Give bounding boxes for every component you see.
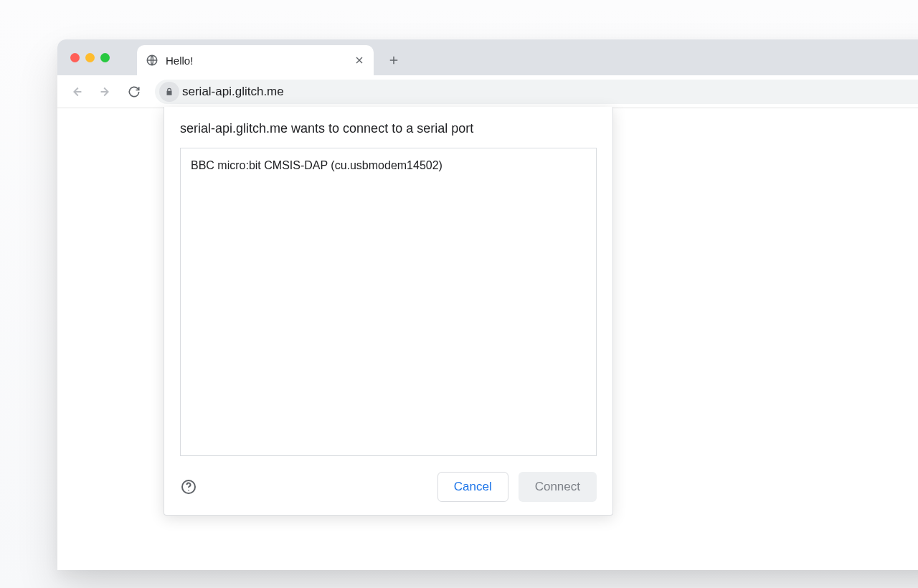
dialog-title: serial-api.glitch.me wants to connect to… <box>180 121 597 136</box>
globe-icon <box>146 54 158 67</box>
browser-window: Hello! serial-api <box>57 39 918 570</box>
forward-button[interactable] <box>93 80 118 104</box>
serial-device-list[interactable]: BBC micro:bit CMSIS-DAP (cu.usbmodem1450… <box>180 148 597 456</box>
window-close-button[interactable] <box>70 53 80 62</box>
tab-strip: Hello! <box>57 39 918 75</box>
connect-button[interactable]: Connect <box>519 472 597 502</box>
new-tab-button[interactable] <box>384 50 404 70</box>
desktop-background: Hello! serial-api <box>0 0 918 588</box>
dialog-footer: Cancel Connect <box>180 472 597 502</box>
serial-port-permission-dialog: serial-api.glitch.me wants to connect to… <box>164 107 613 516</box>
browser-tab[interactable]: Hello! <box>137 45 374 75</box>
cancel-button[interactable]: Cancel <box>437 472 508 502</box>
window-fullscreen-button[interactable] <box>100 53 110 62</box>
svg-point-2 <box>188 490 189 491</box>
toolbar: serial-api.glitch.me <box>57 75 918 108</box>
serial-device-option[interactable]: BBC micro:bit CMSIS-DAP (cu.usbmodem1450… <box>181 154 596 177</box>
back-button[interactable] <box>65 80 89 104</box>
address-bar-url: serial-api.glitch.me <box>182 85 284 99</box>
reload-button[interactable] <box>122 80 146 104</box>
window-controls <box>66 39 117 75</box>
close-tab-icon[interactable] <box>354 54 365 66</box>
help-icon[interactable] <box>180 478 197 495</box>
window-minimize-button[interactable] <box>85 53 95 62</box>
tab-title: Hello! <box>166 54 346 67</box>
page-content: serial-api.glitch.me wants to connect to… <box>57 108 918 570</box>
address-bar[interactable]: serial-api.glitch.me <box>155 80 918 104</box>
lock-icon[interactable] <box>159 82 179 102</box>
